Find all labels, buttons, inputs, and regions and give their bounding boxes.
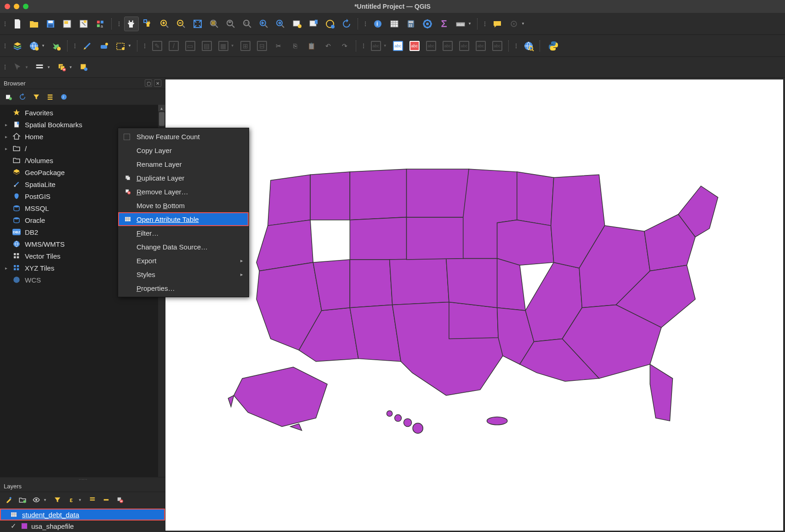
zoom-next-icon[interactable] <box>273 17 288 31</box>
toolbar-grip[interactable] <box>515 44 518 48</box>
add-layer-icon[interactable] <box>4 92 14 102</box>
save-project-icon[interactable] <box>43 17 58 31</box>
zoom-selection-icon[interactable] <box>207 17 222 31</box>
toolbar-grip[interactable] <box>118 22 120 26</box>
metasearch-icon[interactable] <box>521 39 536 53</box>
python-console-icon[interactable] <box>546 39 561 53</box>
pin-layer-icon[interactable] <box>76 60 91 74</box>
layer-item-student-debt-data[interactable]: student_debt_data <box>0 509 165 521</box>
toolbar-grip[interactable] <box>4 44 6 48</box>
layout-manager-icon[interactable] <box>76 17 91 31</box>
filter-by-expression-icon[interactable]: ε <box>66 495 76 505</box>
ctx-rename-layer[interactable]: Rename Layer <box>118 157 249 171</box>
panel-resize-handle[interactable] <box>0 477 165 481</box>
layer-item-usa-shapefile[interactable]: ✓ usa_shapefile <box>0 521 165 532</box>
style-manager-icon[interactable]: a <box>93 17 108 31</box>
expand-arrow-icon[interactable]: ▸ <box>4 266 8 271</box>
save-edits-icon[interactable] <box>113 39 128 53</box>
minimize-window-button[interactable] <box>14 4 19 9</box>
filter-browser-icon[interactable] <box>31 92 41 102</box>
toolbar-grip[interactable] <box>4 22 6 26</box>
refresh-icon[interactable] <box>339 17 354 31</box>
dropdown-arrow-icon[interactable]: ▼ <box>47 65 52 69</box>
map-canvas[interactable] <box>165 79 783 531</box>
toggle-editing-icon[interactable] <box>97 39 111 53</box>
data-source-manager-icon[interactable] <box>10 39 25 53</box>
panel-close-button[interactable]: ✕ <box>154 79 161 87</box>
toolbar-grip[interactable] <box>143 44 146 48</box>
scroll-thumb[interactable] <box>159 112 165 126</box>
ctx-properties[interactable]: Properties… <box>118 281 249 295</box>
add-group-icon[interactable] <box>17 495 28 505</box>
label-tool-icon[interactable]: abc <box>391 39 405 53</box>
properties-icon[interactable]: i <box>59 92 69 102</box>
temporal-controller-icon[interactable] <box>323 17 337 31</box>
new-geopackage-layer-icon[interactable] <box>27 39 41 53</box>
duplicate-layer-icon[interactable] <box>54 60 69 74</box>
toolbar-grip[interactable] <box>362 44 365 48</box>
expand-all-icon[interactable] <box>87 495 97 505</box>
measure-icon[interactable] <box>453 17 468 31</box>
pan-to-selection-icon[interactable] <box>141 17 155 31</box>
zoom-out-icon[interactable] <box>174 17 188 31</box>
ctx-move-to-bottom[interactable]: Move to Bottom <box>118 198 249 212</box>
toolbar-grip[interactable] <box>484 22 486 26</box>
dropdown-arrow-icon[interactable]: ▼ <box>78 498 84 502</box>
map-tips-icon[interactable] <box>490 17 505 31</box>
zoom-native-icon[interactable]: 1:1 <box>240 17 255 31</box>
expand-arrow-icon[interactable]: ▸ <box>4 122 8 127</box>
current-edits-icon[interactable] <box>80 39 95 53</box>
expand-arrow-icon[interactable]: ▸ <box>4 146 8 151</box>
toolbar-grip[interactable] <box>74 44 76 48</box>
ctx-change-data-source[interactable]: Change Data Source… <box>118 240 249 254</box>
zoom-last-icon[interactable] <box>256 17 271 31</box>
ctx-copy-layer[interactable]: Copy Layer <box>118 143 249 157</box>
new-shapefile-layer-icon[interactable] <box>49 39 63 53</box>
filter-legend-icon[interactable] <box>52 495 63 505</box>
new-print-layout-icon[interactable] <box>60 17 74 31</box>
visibility-icon[interactable] <box>31 495 41 505</box>
zoom-in-icon[interactable] <box>157 17 172 31</box>
toolbar-grip[interactable] <box>4 65 6 69</box>
zoom-full-icon[interactable] <box>190 17 205 31</box>
refresh-browser-icon[interactable] <box>17 92 28 102</box>
collapse-all-icon[interactable] <box>45 92 55 102</box>
diagram-tool-icon[interactable]: abc <box>407 39 422 53</box>
ctx-export[interactable]: Export ▸ <box>118 254 249 267</box>
dropdown-arrow-icon[interactable]: ▼ <box>468 22 473 26</box>
expand-arrow-icon[interactable]: ▸ <box>4 134 8 139</box>
maximize-window-button[interactable] <box>23 4 28 9</box>
new-project-icon[interactable] <box>10 17 25 31</box>
processing-toolbox-icon[interactable] <box>420 17 435 31</box>
settings-dropdown-icon[interactable] <box>506 17 521 31</box>
dropdown-arrow-icon[interactable]: ▼ <box>41 44 47 48</box>
tree-item-favorites[interactable]: Favorites <box>0 107 165 119</box>
dropdown-arrow-icon[interactable]: ▼ <box>69 65 74 69</box>
dropdown-arrow-icon[interactable]: ▼ <box>521 22 527 26</box>
layer-filter-icon[interactable] <box>32 60 47 74</box>
panel-undock-button[interactable]: ▢ <box>145 79 152 87</box>
ctx-open-attribute-table[interactable]: Open Attribute Table <box>118 212 249 226</box>
pan-icon[interactable] <box>124 17 139 31</box>
ctx-remove-layer[interactable]: Remove Layer… <box>118 185 249 198</box>
layer-visibility-checkbox[interactable]: ✓ <box>9 522 17 530</box>
open-attribute-table-icon[interactable] <box>387 17 402 31</box>
collapse-all-icon[interactable] <box>101 495 111 505</box>
ctx-show-feature-count[interactable]: Show Feature Count <box>118 130 249 143</box>
new-bookmark-icon[interactable] <box>306 17 321 31</box>
layer-styling-icon[interactable] <box>4 495 14 505</box>
field-calculator-icon[interactable] <box>404 17 418 31</box>
toolbar-grip[interactable] <box>364 22 367 26</box>
ctx-duplicate-layer[interactable]: Duplicate Layer <box>118 171 249 185</box>
close-window-button[interactable] <box>5 4 10 9</box>
dropdown-arrow-icon[interactable]: ▼ <box>43 498 49 502</box>
statistical-summary-icon[interactable]: Σ <box>437 17 451 31</box>
dropdown-arrow-icon[interactable]: ▼ <box>128 44 133 48</box>
remove-layer-icon[interactable] <box>115 495 125 505</box>
ctx-styles[interactable]: Styles ▸ <box>118 267 249 281</box>
scroll-up-icon[interactable]: ▴ <box>158 105 165 111</box>
new-map-view-icon[interactable] <box>290 17 304 31</box>
open-project-icon[interactable] <box>27 17 41 31</box>
identify-icon[interactable]: i <box>370 17 385 31</box>
zoom-layer-icon[interactable] <box>223 17 238 31</box>
